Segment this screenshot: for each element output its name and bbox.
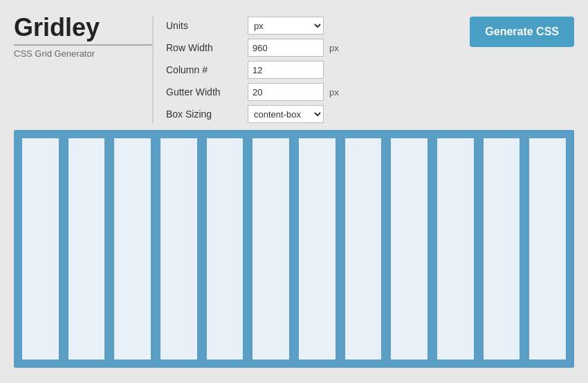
grid-gutter <box>289 138 299 359</box>
row-width-input[interactable] <box>248 39 324 57</box>
column-row: Column # <box>166 61 339 79</box>
column-label: Column # <box>166 64 242 75</box>
grid-column <box>252 138 289 359</box>
grid-gutter <box>474 138 484 359</box>
grid-column <box>529 138 566 359</box>
grid-gutter <box>428 138 437 359</box>
grid-column <box>391 138 428 359</box>
brand-subtitle: CSS Grid Generator <box>14 48 152 59</box>
column-input[interactable] <box>248 61 324 79</box>
grid-column <box>207 138 244 359</box>
gutter-row: Gutter Width px <box>166 83 339 101</box>
grid-gutter <box>151 138 160 359</box>
units-label: Units <box>166 20 242 31</box>
box-sizing-row: Box Sizing content-box border-box <box>166 105 339 123</box>
units-row: Units px em % <box>166 17 339 35</box>
grid-gutter <box>381 138 391 359</box>
grid-gutter <box>59 138 68 359</box>
grid-column <box>345 138 382 359</box>
row-width-unit: px <box>329 43 339 53</box>
box-sizing-select[interactable]: content-box border-box <box>248 105 324 123</box>
brand-divider <box>14 44 152 46</box>
grid-gutter <box>336 138 345 359</box>
generate-css-button[interactable]: Generate CSS <box>470 17 574 47</box>
row-width-row: Row Width px <box>166 39 339 57</box>
brand-section: Gridley CSS Grid Generator <box>14 14 152 59</box>
grid-column <box>68 138 105 359</box>
grid-gutter <box>197 138 207 359</box>
grid-column <box>22 138 59 359</box>
grid-columns <box>22 138 566 359</box>
gutter-label: Gutter Width <box>166 86 242 97</box>
brand-title: Gridley <box>14 14 152 41</box>
gutter-unit: px <box>329 87 339 97</box>
row-width-label: Row Width <box>166 42 242 53</box>
grid-column <box>437 138 474 359</box>
gutter-input[interactable] <box>248 83 324 101</box>
controls-panel: Units px em % Row Width px Column # Gutt… <box>152 17 339 123</box>
grid-column <box>114 138 151 359</box>
grid-gutter <box>520 138 529 359</box>
grid-gutter <box>243 138 252 359</box>
grid-gutter <box>104 138 114 359</box>
grid-column <box>160 138 197 359</box>
grid-column <box>484 138 520 359</box>
grid-preview <box>14 130 574 368</box>
units-select[interactable]: px em % <box>248 17 324 35</box>
box-sizing-label: Box Sizing <box>166 109 242 120</box>
grid-column <box>299 138 336 359</box>
